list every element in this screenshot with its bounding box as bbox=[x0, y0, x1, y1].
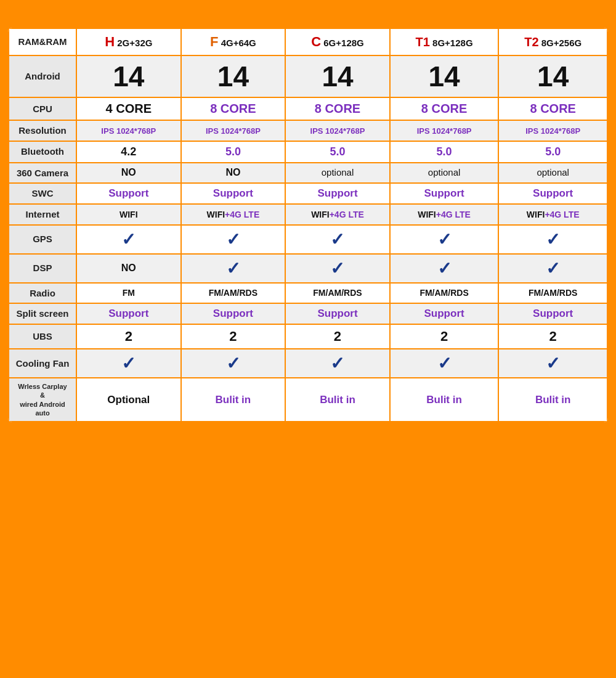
cell-12-1: ✓ bbox=[181, 349, 286, 378]
check-1: ✓ bbox=[226, 354, 240, 373]
col-spec-3: 8G+128G bbox=[432, 38, 472, 48]
check-4: ✓ bbox=[546, 230, 560, 249]
support-val-3: Support bbox=[424, 308, 464, 319]
cell-8-2: ✓ bbox=[285, 254, 390, 283]
carplay-val-2: Bulit in bbox=[320, 394, 355, 406]
header-col-1: F 4G+64G bbox=[181, 28, 286, 55]
cell-2-1: IPS 1024*768P bbox=[181, 120, 286, 141]
cell-2-3: IPS 1024*768P bbox=[390, 120, 499, 141]
col-letter-1: F bbox=[210, 34, 218, 49]
header-col-3: T1 8G+128G bbox=[390, 28, 499, 55]
cell-13-3: Bulit in bbox=[390, 378, 499, 422]
support-val-2: Support bbox=[317, 187, 357, 199]
cell-11-2: 2 bbox=[285, 324, 390, 349]
cell-3-4: 5.0 bbox=[498, 141, 607, 163]
check-4: ✓ bbox=[546, 354, 560, 373]
cell-10-3: Support bbox=[390, 303, 499, 324]
cell-5-1: Support bbox=[181, 183, 286, 204]
android-val-3: 14 bbox=[428, 60, 460, 92]
res-val-4: IPS 1024*768P bbox=[525, 126, 580, 136]
carplay-val-1: Bulit in bbox=[216, 394, 251, 406]
check-1: ✓ bbox=[226, 230, 240, 249]
col-letter-4: T2 bbox=[524, 35, 538, 49]
table-row: Cooling Fan✓✓✓✓✓ bbox=[9, 349, 607, 378]
android-val-4: 14 bbox=[537, 60, 569, 92]
cell-0-2: 14 bbox=[285, 55, 390, 97]
table-row: Android1414141414 bbox=[9, 55, 607, 97]
table-row: SWCSupportSupportSupportSupportSupport bbox=[9, 183, 607, 204]
table-row: GPS✓✓✓✓✓ bbox=[9, 225, 607, 254]
table-row: UBS22222 bbox=[9, 324, 607, 349]
cell-9-4: FM/AM/RDS bbox=[498, 283, 607, 304]
cell-1-2: 8 CORE bbox=[285, 97, 390, 120]
cell-11-0: 2 bbox=[76, 324, 181, 349]
row-label-7: GPS bbox=[9, 225, 76, 254]
res-val-1: IPS 1024*768P bbox=[206, 126, 261, 136]
radio-val-3: FM/AM/RDS bbox=[419, 288, 468, 298]
row-label-8: DSP bbox=[9, 254, 76, 283]
internet-val-0: WIFI bbox=[120, 210, 138, 219]
row-label-9: Radio bbox=[9, 283, 76, 304]
cell-3-0: 4.2 bbox=[76, 141, 181, 163]
cell-3-1: 5.0 bbox=[181, 141, 286, 163]
ubs-val-1: 2 bbox=[229, 329, 237, 344]
row-label-2: Resolution bbox=[9, 120, 76, 141]
cell-6-4: WIFI+4G LTE bbox=[498, 204, 607, 225]
ubs-val-4: 2 bbox=[549, 329, 557, 344]
cell-11-3: 2 bbox=[390, 324, 499, 349]
cell-7-1: ✓ bbox=[181, 225, 286, 254]
cell-7-2: ✓ bbox=[285, 225, 390, 254]
check-0: ✓ bbox=[121, 230, 136, 249]
ubs-val-0: 2 bbox=[125, 329, 132, 344]
radio-val-0: FM bbox=[123, 288, 135, 298]
cell-9-0: FM bbox=[76, 283, 181, 304]
cell-12-2: ✓ bbox=[285, 349, 390, 378]
cell-4-2: optional bbox=[285, 163, 390, 184]
cam-val-4: optional bbox=[537, 167, 569, 178]
ubs-val-2: 2 bbox=[334, 329, 341, 344]
bt-val-3: 5.0 bbox=[437, 145, 452, 158]
cell-3-2: 5.0 bbox=[285, 141, 390, 163]
cell-2-4: IPS 1024*768P bbox=[498, 120, 607, 141]
cell-9-3: FM/AM/RDS bbox=[390, 283, 499, 304]
row-label-5: SWC bbox=[9, 183, 76, 204]
check-3: ✓ bbox=[437, 354, 452, 373]
no-val-0: NO bbox=[121, 263, 136, 273]
cell-2-2: IPS 1024*768P bbox=[285, 120, 390, 141]
row-label-10: Split screen bbox=[9, 303, 76, 324]
col-letter-0: H bbox=[105, 34, 115, 49]
bt-val-1: 5.0 bbox=[225, 145, 241, 158]
row-label-6: Internet bbox=[9, 204, 76, 225]
radio-val-2: FM/AM/RDS bbox=[313, 288, 362, 298]
header-col-2: C 6G+128G bbox=[285, 28, 390, 55]
cell-5-0: Support bbox=[76, 183, 181, 204]
col-spec-4: 8G+256G bbox=[541, 38, 582, 48]
cell-9-2: FM/AM/RDS bbox=[285, 283, 390, 304]
cam-val-2: optional bbox=[322, 167, 354, 178]
comparison-table: RAM&RAMH 2G+32GF 4G+64GC 6G+128GT1 8G+12… bbox=[8, 28, 608, 422]
col-letter-3: T1 bbox=[416, 35, 430, 49]
cell-1-0: 4 CORE bbox=[76, 97, 181, 120]
support-val-2: Support bbox=[317, 308, 357, 319]
table-row: RadioFMFM/AM/RDSFM/AM/RDSFM/AM/RDSFM/AM/… bbox=[9, 283, 607, 304]
cpu-val-2: 8 CORE bbox=[315, 102, 360, 115]
cell-13-1: Bulit in bbox=[181, 378, 286, 422]
cell-8-0: NO bbox=[76, 254, 181, 283]
check-2: ✓ bbox=[330, 354, 344, 373]
check-0: ✓ bbox=[121, 354, 136, 373]
cell-6-0: WIFI bbox=[76, 204, 181, 225]
cell-8-3: ✓ bbox=[390, 254, 499, 283]
bt-val-2: 5.0 bbox=[330, 145, 345, 158]
cell-13-0: Optional bbox=[76, 378, 181, 422]
cell-4-1: NO bbox=[181, 163, 286, 184]
row-label-11: UBS bbox=[9, 324, 76, 349]
internet-lte-4: +4G LTE bbox=[545, 210, 579, 219]
row-label-12: Cooling Fan bbox=[9, 349, 76, 378]
table-row: ResolutionIPS 1024*768PIPS 1024*768PIPS … bbox=[9, 120, 607, 141]
cam-val-3: optional bbox=[428, 167, 461, 178]
cell-4-0: NO bbox=[76, 163, 181, 184]
cpu-val-0: 4 CORE bbox=[106, 102, 152, 115]
row-label-0: Android bbox=[9, 55, 76, 97]
cell-9-1: FM/AM/RDS bbox=[181, 283, 286, 304]
cell-10-1: Support bbox=[181, 303, 286, 324]
